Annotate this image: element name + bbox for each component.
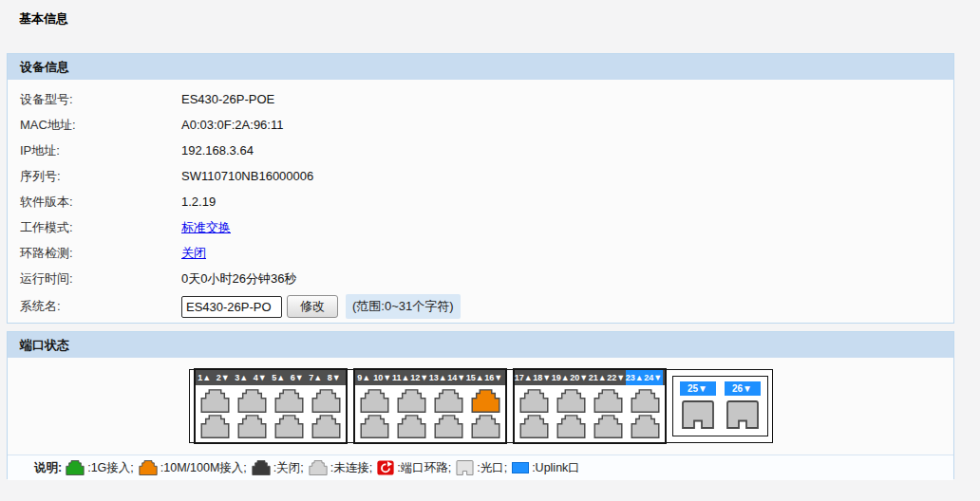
port-header-label: 17▲ [515, 370, 534, 385]
port-group-3: 17▲18▼19▲20▼21▲22▼23▲24▼ [513, 368, 667, 444]
port-header-label: 10▼ [373, 370, 392, 385]
port-13-icon [433, 389, 464, 413]
legend-item-port-disabled: :关闭; [252, 460, 304, 476]
rj45-port-icon [556, 415, 587, 438]
rj45-port-icon [199, 389, 231, 413]
port-disabled-icon [252, 460, 271, 475]
fiber-port-label: 26▼ [725, 381, 761, 396]
rj45-port-icon [593, 415, 624, 438]
rj45-port-icon [433, 389, 464, 413]
legend-item-text: :光口; [477, 460, 507, 476]
modify-button[interactable]: 修改 [287, 295, 338, 318]
port-header-label: 24▼ [644, 370, 663, 385]
uptime-value: 0天0小时26分钟36秒 [181, 270, 296, 288]
port-9-icon [359, 389, 390, 413]
port-15-icon [470, 389, 501, 413]
rj45-port-icon [556, 389, 587, 413]
port-header-label: 21▲ [589, 370, 608, 385]
legend-item-port-100m: :10M/100M接入; [139, 460, 247, 476]
port-header-label: 12▼ [410, 370, 429, 385]
port-header-label: 9▲ [355, 370, 374, 385]
port-group-body [196, 385, 346, 442]
port-header-label: 15▲ [466, 370, 485, 385]
rj45-port-icon [66, 460, 85, 475]
rj45-port-icon [236, 389, 268, 413]
port-legend: 说明: :1G接入;:10M/100M接入;:关闭;:未连接;:端口环路;:光口… [8, 455, 953, 480]
sfp-port-icon [681, 400, 715, 429]
port-header-label: 2▼ [214, 370, 233, 385]
fiber-port-column: 25▼ [680, 381, 716, 431]
port-6-icon [273, 415, 305, 438]
port-header-label: 14▼ [447, 370, 466, 385]
loop-icon [377, 460, 394, 475]
port-header-label: 18▼ [533, 370, 552, 385]
legend-item-text: :10M/100M接入; [160, 460, 247, 476]
port-header-label: 16▼ [484, 370, 503, 385]
loop-detect-link[interactable]: 关闭 [181, 245, 206, 262]
rj45-port-icon [359, 389, 390, 413]
port-12-icon [396, 415, 427, 438]
legend-items: :1G接入;:10M/100M接入;:关闭;:未连接;:端口环路;:光口;:Up… [66, 460, 585, 476]
rj45-port-icon [236, 415, 268, 438]
device-info-section-title: 设备信息 [20, 59, 69, 76]
port-group-header: 1▲2▼3▲4▼5▲6▼7▲8▼ [196, 370, 346, 385]
rj45-port-icon [630, 415, 661, 438]
port-header-label: 3▲ [233, 370, 252, 385]
port-header-label: 19▲ [552, 370, 571, 385]
port-area: 1▲2▼3▲4▼5▲6▼7▲8▼9▲10▼11▲12▼13▲14▼15▲16▼1… [8, 358, 953, 455]
port-diagram: 1▲2▼3▲4▼5▲6▼7▲8▼9▲10▼11▲12▼13▲14▼15▲16▼1… [189, 369, 773, 443]
legend-title: 说明: [34, 460, 62, 476]
port-group-2: 9▲10▼11▲12▼13▲14▼15▲16▼ [353, 368, 507, 444]
device-model-label: 设备型号: [20, 91, 181, 108]
rj45-port-icon [396, 389, 427, 413]
port-14-icon [433, 415, 464, 438]
port-1g-icon [66, 460, 85, 475]
work-mode-label: 工作模式: [20, 219, 181, 236]
rj45-port-icon [593, 389, 624, 413]
port-3-icon [236, 389, 268, 413]
port-loop-icon [377, 460, 394, 475]
loop-detect-label: 环路检测: [20, 245, 181, 262]
fiber-port-icon [681, 400, 715, 429]
rj45-port-icon [199, 415, 231, 438]
rj45-port-icon [311, 415, 342, 438]
port-status-panel: 端口状态 1▲2▼3▲4▼5▲6▼7▲8▼9▲10▼11▲12▼13▲14▼15… [7, 331, 954, 479]
port-100m-icon [139, 460, 158, 475]
work-mode-row: 工作模式: 标准交换 [8, 214, 953, 240]
device-model-row: 设备型号: ES430-26P-POE [8, 86, 953, 112]
ip-address-row: IP地址: 192.168.3.64 [8, 138, 953, 163]
port-status-section-header: 端口状态 [8, 332, 953, 358]
fiber-port-label: 25▼ [680, 381, 716, 396]
port-header-label: 22▼ [607, 370, 626, 385]
uptime-row: 运行时间: 0天0小时26分钟36秒 [8, 266, 953, 291]
port-5-icon [273, 389, 305, 413]
rj45-port-icon [311, 389, 342, 413]
port-19-icon [556, 389, 587, 413]
port-23-icon [630, 389, 661, 413]
port-21-icon [593, 389, 624, 413]
legend-item-fiber-port: :光口; [456, 460, 507, 476]
port-header-label: 5▲ [270, 370, 289, 385]
system-name-input[interactable] [181, 296, 282, 318]
port-17-icon [518, 389, 550, 413]
fiber-port-column: 26▼ [725, 381, 761, 431]
rj45-port-icon [518, 415, 550, 438]
work-mode-link[interactable]: 标准交换 [181, 219, 231, 236]
system-name-hint: (范围:0~31个字符) [346, 294, 461, 319]
sfp-port-icon [456, 460, 474, 475]
serial-number-row: 序列号: SW110710NB16000006 [8, 163, 953, 189]
rj45-port-icon [139, 460, 158, 475]
rj45-port-icon [518, 389, 550, 413]
port-22-icon [593, 415, 624, 438]
port-group-body [515, 385, 665, 442]
port-group-1: 1▲2▼3▲4▼5▲6▼7▲8▼ [194, 368, 348, 444]
port-header-label: 4▼ [251, 370, 270, 385]
port-4-icon [236, 415, 268, 438]
uptime-label: 运行时间: [20, 270, 181, 288]
sfp-port-icon [726, 400, 760, 429]
rj45-port-icon [309, 460, 328, 475]
legend-item-port-loop: :端口环路; [377, 460, 451, 476]
loop-detect-row: 环路检测: 关闭 [8, 240, 953, 266]
firmware-version-value: 1.2.19 [181, 195, 216, 209]
port-header-label: 23▲ [626, 370, 645, 385]
